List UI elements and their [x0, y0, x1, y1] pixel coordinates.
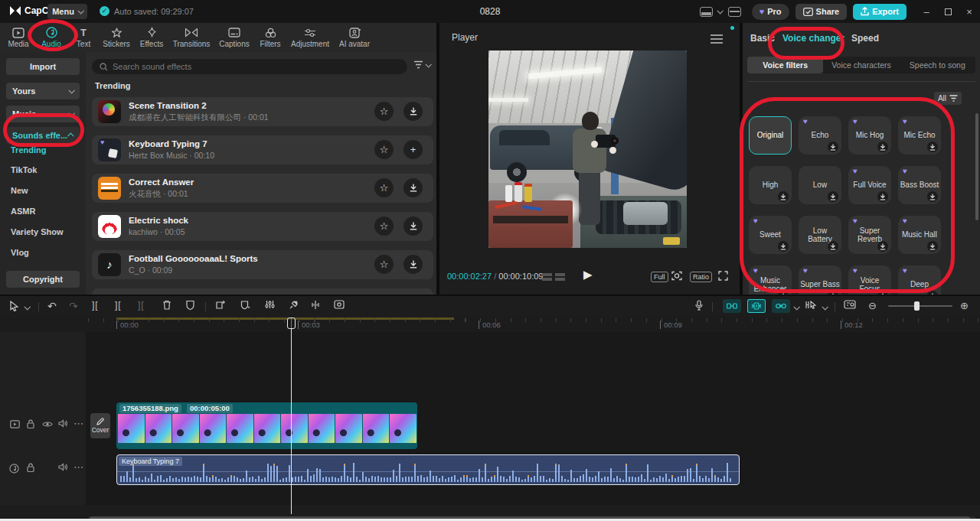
timeline-preview-icon[interactable] [844, 300, 856, 309]
sidebar-import-button[interactable]: Import [6, 58, 80, 75]
delete-icon[interactable] [162, 300, 172, 310]
sound-item-electric-shock[interactable]: Electric shock kachiwo · 00:05 ☆ + [92, 212, 433, 241]
voice-effect-mic-hog[interactable]: ♥Mic Hog [848, 116, 891, 155]
tab-effects[interactable]: Effects [135, 23, 168, 52]
zoom-fit-icon[interactable] [671, 271, 682, 281]
delete-right-icon[interactable]: ][ [138, 300, 145, 311]
ratio-button[interactable]: Ratio [690, 272, 712, 282]
mask-icon[interactable] [186, 300, 194, 310]
tab-captions[interactable]: Captions [214, 23, 254, 52]
download-icon[interactable] [927, 142, 938, 152]
sidebar-item-music[interactable]: Music [6, 106, 80, 122]
sidebar-category-vlog[interactable]: Vlog [11, 248, 29, 257]
tab-voice-changer[interactable]: Voice changer [782, 33, 844, 44]
timeline-zoom-slider[interactable] [888, 305, 952, 307]
delete-left-icon[interactable]: ][ [115, 300, 122, 311]
zoom-out-icon[interactable]: ⊖ [868, 300, 877, 311]
tab-stickers[interactable]: Stickers [98, 23, 135, 52]
sidebar-category-new[interactable]: New [11, 186, 28, 195]
lock-icon[interactable] [27, 419, 34, 428]
sound-item-football-goal[interactable]: ♪ Football GooooooaaaL! Sports C_O · 00:… [92, 250, 433, 279]
download-button[interactable]: + [403, 102, 423, 121]
video-preview[interactable] [488, 50, 687, 248]
sidebar-item-sound-effects[interactable]: Sounds effe... [6, 127, 80, 144]
menu-button[interactable]: Menu [47, 4, 87, 19]
voice-effect-music-hall[interactable]: ♥Music Hall [898, 216, 941, 254]
subtab-voice-characters[interactable]: Voice characters [823, 57, 899, 73]
download-icon[interactable] [828, 191, 838, 202]
download-icon[interactable] [927, 191, 938, 202]
zoom-in-icon[interactable]: ⊕ [960, 300, 969, 311]
mute-speaker-icon[interactable] [58, 419, 67, 428]
full-button[interactable]: Full [651, 272, 668, 282]
download-icon[interactable] [778, 191, 789, 202]
playhead-handle[interactable] [287, 317, 296, 329]
close-button[interactable]: × [959, 6, 980, 18]
download-button[interactable]: + [403, 255, 423, 274]
download-button[interactable]: + [403, 217, 423, 236]
auto-link-chevron-icon[interactable] [793, 304, 799, 310]
sound-item-keyboard-typing-7[interactable]: Keyboard Typing 7 Hertz Box Music · 00:1… [92, 135, 433, 164]
tab-media[interactable]: Media [3, 23, 34, 52]
panel-scrollbar[interactable] [975, 113, 978, 220]
timeline-zoom-handle[interactable] [914, 301, 920, 311]
add-to-track-icon[interactable] [216, 300, 227, 309]
audio-separate-icon[interactable] [311, 300, 320, 310]
sidebar-category-variety-show[interactable]: Variety Show [11, 227, 63, 236]
select-tool-icon[interactable] [9, 301, 19, 311]
voice-effect-sweet[interactable]: ♥Sweet [749, 216, 792, 254]
ai-voice-icon[interactable] [288, 300, 299, 310]
minimize-button[interactable]: – [916, 6, 937, 18]
voice-effect-super-reverb[interactable]: ♥Super Reverb [848, 216, 891, 254]
redo-icon[interactable]: ↷ [69, 300, 78, 312]
search-input[interactable]: Search sound effects [92, 59, 407, 74]
tab-ai-avatar[interactable]: AI avatar [334, 23, 375, 52]
voice-effect-low[interactable]: ♥Low [799, 166, 841, 204]
player-menu-icon[interactable] [710, 34, 723, 46]
smart-mask-icon[interactable] [240, 300, 250, 310]
sidebar-item-yours[interactable]: Yours [6, 83, 80, 99]
voice-effect-deep[interactable]: ♥Deep [898, 265, 941, 295]
voice-effect-bass-boost[interactable]: ♥Bass Boost [898, 166, 941, 204]
add-to-timeline-button[interactable]: + [403, 140, 423, 159]
favorite-button[interactable]: ☆ [374, 140, 394, 159]
sound-item-correct-answer[interactable]: Correct Answer 火花音悦 · 00:01 ☆ + [92, 174, 433, 203]
tab-basic[interactable]: Basic [750, 33, 775, 44]
download-button[interactable]: + [403, 178, 423, 197]
video-clip[interactable]: 1756355188.png 00:00:05:00 [116, 402, 417, 449]
main-track-magnet-toggle[interactable] [747, 299, 766, 313]
split-icon[interactable]: ][ [92, 300, 99, 311]
adjust-parameters-icon[interactable] [265, 300, 275, 309]
share-button[interactable]: Share [795, 4, 848, 20]
playhead-line[interactable] [291, 317, 292, 514]
voice-effect-super-bass[interactable]: ♥Super Bass [799, 265, 841, 295]
track-more-icon[interactable]: ⋯ [74, 461, 83, 473]
favorite-button[interactable]: ☆ [374, 102, 394, 121]
download-icon[interactable] [877, 191, 888, 202]
tab-text[interactable]: T Text [69, 23, 98, 52]
voice-effect-voice-focus[interactable]: ♥Voice Focus [848, 265, 891, 295]
export-button[interactable]: Export [853, 4, 906, 20]
audio-clip[interactable]: Keyboard Typing 7 [116, 454, 740, 485]
fullscreen-icon[interactable] [718, 271, 728, 281]
tab-speed[interactable]: Speed [851, 33, 879, 44]
panel-layout-icon[interactable] [728, 7, 741, 17]
undo-icon[interactable]: ↶ [47, 300, 57, 312]
download-icon[interactable] [927, 241, 938, 252]
voice-effect-full-voice[interactable]: ♥Full Voice [848, 166, 891, 204]
tab-transitions[interactable]: Transitions [168, 23, 214, 52]
sound-filter-button[interactable] [413, 60, 430, 69]
select-tool-chevron-icon[interactable] [24, 304, 30, 310]
layout-chevron-icon[interactable] [717, 8, 723, 14]
download-icon[interactable] [828, 142, 838, 152]
auto-link-toggle[interactable] [772, 299, 790, 313]
visibility-eye-icon[interactable] [42, 421, 53, 428]
sidebar-copyright-button[interactable]: Copyright [6, 271, 80, 288]
subtab-voice-filters[interactable]: Voice filters [747, 57, 823, 73]
next-frame-icon[interactable] [555, 273, 565, 281]
favorite-button[interactable]: ☆ [374, 217, 394, 236]
record-voiceover-icon[interactable] [695, 300, 703, 311]
favorite-button[interactable]: ☆ [374, 255, 394, 274]
sidebar-category-tiktok[interactable]: TikTok [11, 165, 37, 174]
download-icon[interactable] [778, 241, 789, 252]
